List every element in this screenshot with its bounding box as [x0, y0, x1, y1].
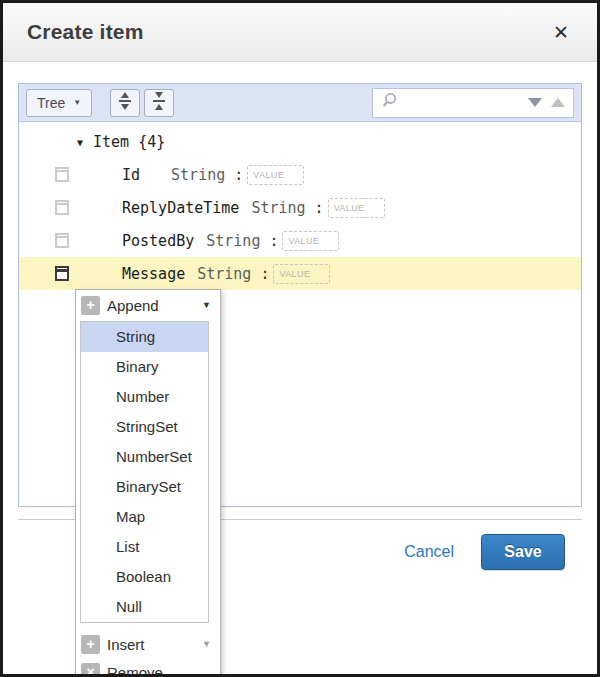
row-actions-icon[interactable] — [55, 200, 69, 215]
attr-colon: : — [260, 265, 269, 283]
type-option-numberset[interactable]: NumberSet — [81, 442, 208, 472]
view-mode-dropdown[interactable]: Tree ▼ — [26, 89, 92, 117]
search-box[interactable] — [372, 88, 574, 118]
attr-type: String — [206, 232, 260, 250]
row-actions-icon[interactable] — [55, 266, 69, 281]
dialog-title: Create item — [27, 20, 144, 44]
plus-icon: + — [81, 296, 100, 315]
tree-row-message[interactable]: Message String : VALUE — [19, 257, 581, 290]
tree-row-replydatetime[interactable]: ReplyDateTime String : VALUE — [19, 191, 581, 224]
insert-label: Insert — [107, 636, 145, 653]
menu-item-append[interactable]: + Append ▼ — [76, 290, 220, 320]
attr-name: Id — [122, 166, 140, 184]
attr-colon: : — [269, 232, 278, 250]
type-option-number[interactable]: Number — [81, 382, 208, 412]
attr-name: ReplyDateTime — [122, 199, 239, 217]
tree-row-postedby[interactable]: PostedBy String : VALUE — [19, 224, 581, 257]
type-option-null[interactable]: Null — [81, 592, 208, 622]
chevron-down-icon: ▼ — [202, 300, 211, 310]
create-item-dialog: Create item ✕ Tree ▼ — [0, 0, 600, 677]
search-icon — [381, 92, 398, 113]
plus-icon: + — [81, 635, 100, 654]
type-option-map[interactable]: Map — [81, 502, 208, 532]
attr-name: PostedBy — [122, 232, 194, 250]
close-icon[interactable]: ✕ — [549, 19, 573, 46]
type-option-binary[interactable]: Binary — [81, 352, 208, 382]
editor-toolbar: Tree ▼ — [19, 84, 581, 122]
attr-type: String — [251, 199, 305, 217]
type-option-string[interactable]: String — [81, 322, 208, 352]
expand-all-button[interactable] — [110, 89, 140, 117]
attr-colon: : — [234, 166, 243, 184]
menu-item-remove[interactable]: × Remove — [76, 658, 220, 677]
cancel-button[interactable]: Cancel — [404, 543, 454, 561]
collapse-all-icon — [151, 91, 167, 114]
type-option-list[interactable]: List — [81, 532, 208, 562]
attr-type: String — [197, 265, 251, 283]
view-mode-label: Tree — [37, 95, 65, 111]
tree-root-label: Item {4} — [93, 133, 165, 151]
value-input[interactable]: VALUE — [282, 231, 339, 251]
search-next-icon[interactable] — [551, 98, 565, 107]
attribute-tree: ▼ Item {4} Id String : VALUE ReplyDateTi… — [19, 122, 581, 290]
menu-item-insert[interactable]: + Insert ▼ — [76, 630, 220, 658]
dialog-titlebar: Create item ✕ — [3, 3, 597, 62]
append-label: Append — [107, 297, 159, 314]
append-type-submenu: String Binary Number StringSet NumberSet… — [80, 321, 209, 623]
disclosure-triangle-icon[interactable]: ▼ — [77, 137, 83, 148]
value-input[interactable]: VALUE — [328, 198, 385, 218]
value-input[interactable]: VALUE — [247, 165, 304, 185]
expand-all-icon — [117, 91, 133, 114]
dialog-footer: Cancel Save — [404, 534, 565, 570]
tree-root-row[interactable]: ▼ Item {4} — [19, 126, 581, 158]
row-actions-icon[interactable] — [55, 233, 69, 248]
type-option-boolean[interactable]: Boolean — [81, 562, 208, 592]
remove-label: Remove — [107, 664, 163, 677]
type-option-stringset[interactable]: StringSet — [81, 412, 208, 442]
chevron-down-icon: ▼ — [202, 639, 211, 649]
tree-row-id[interactable]: Id String : VALUE — [19, 158, 581, 191]
attr-type: String — [171, 166, 225, 184]
row-context-menu: + Append ▼ String Binary Number StringSe… — [75, 289, 221, 677]
search-input[interactable] — [403, 95, 523, 110]
save-button[interactable]: Save — [481, 534, 565, 570]
search-prev-icon[interactable] — [528, 98, 542, 107]
attr-colon: : — [315, 199, 324, 217]
attr-name: Message — [122, 265, 185, 283]
remove-x-icon: × — [81, 663, 100, 677]
row-actions-icon[interactable] — [55, 167, 69, 182]
type-option-binaryset[interactable]: BinarySet — [81, 472, 208, 502]
chevron-down-icon: ▼ — [73, 98, 81, 107]
collapse-all-button[interactable] — [144, 89, 174, 117]
value-input[interactable]: VALUE — [273, 264, 330, 284]
